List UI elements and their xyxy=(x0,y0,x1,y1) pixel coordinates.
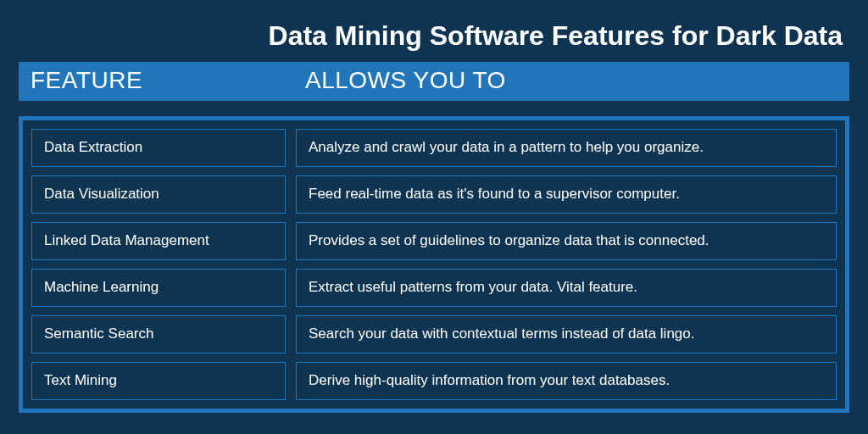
feature-desc: Feed real-time data as it's found to a s… xyxy=(296,175,837,214)
feature-table: Data Extraction Analyze and crawl your d… xyxy=(19,116,849,413)
feature-name: Data Extraction xyxy=(31,129,286,167)
table-row: Data Extraction Analyze and crawl your d… xyxy=(31,129,837,167)
feature-name: Semantic Search xyxy=(31,315,286,353)
feature-name: Machine Learning xyxy=(31,269,286,307)
feature-desc: Extract useful patterns from your data. … xyxy=(296,269,837,307)
table-row: Semantic Search Search your data with co… xyxy=(31,315,837,353)
table-row: Data Visualization Feed real-time data a… xyxy=(31,175,837,214)
feature-name: Linked Data Management xyxy=(31,222,286,260)
page-title: Data Mining Software Features for Dark D… xyxy=(0,0,868,62)
feature-desc: Derive high-quality information from you… xyxy=(296,362,837,400)
table-row: Machine Learning Extract useful patterns… xyxy=(31,269,837,307)
feature-name: Data Visualization xyxy=(31,175,286,214)
feature-desc: Analyze and crawl your data in a pattern… xyxy=(296,129,837,167)
table-row: Linked Data Management Provides a set of… xyxy=(31,222,837,260)
feature-desc: Provides a set of guidelines to organize… xyxy=(296,222,837,260)
column-header-feature: FEATURE xyxy=(19,67,298,94)
feature-name: Text Mining xyxy=(31,362,286,400)
feature-desc: Search your data with contextual terms i… xyxy=(296,315,837,353)
column-header-allows: ALLOWS YOU TO xyxy=(298,67,849,94)
table-header-row: FEATURE ALLOWS YOU TO xyxy=(19,62,849,101)
table-row: Text Mining Derive high-quality informat… xyxy=(31,362,837,400)
